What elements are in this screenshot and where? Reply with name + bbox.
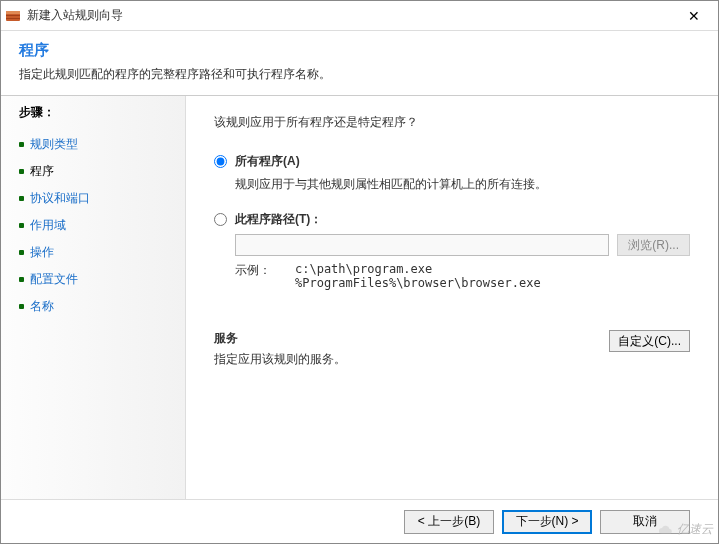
- steps-sidebar: 步骤： 规则类型 程序 协议和端口 作用域 操作 配置文件 名称: [1, 96, 186, 499]
- example-text: c:\path\program.exe %ProgramFiles%\brows…: [295, 262, 541, 290]
- window-title: 新建入站规则向导: [27, 7, 674, 24]
- next-button[interactable]: 下一步(N) >: [502, 510, 592, 534]
- option-program-path[interactable]: 此程序路径(T)：: [214, 211, 690, 228]
- option-all-programs-desc: 规则应用于与其他规则属性相匹配的计算机上的所有连接。: [235, 176, 690, 193]
- question-text: 该规则应用于所有程序还是特定程序？: [214, 114, 690, 131]
- main-panel: 该规则应用于所有程序还是特定程序？ 所有程序(A) 规则应用于与其他规则属性相匹…: [186, 96, 718, 499]
- step-scope[interactable]: 作用域: [19, 212, 185, 239]
- bullet-icon: [19, 196, 24, 201]
- bullet-icon: [19, 142, 24, 147]
- close-button[interactable]: ✕: [674, 2, 714, 30]
- bullet-icon: [19, 304, 24, 309]
- step-profile[interactable]: 配置文件: [19, 266, 185, 293]
- wizard-header: 程序 指定此规则匹配的程序的完整程序路径和可执行程序名称。: [1, 31, 718, 95]
- step-program[interactable]: 程序: [19, 158, 185, 185]
- wizard-window: 新建入站规则向导 ✕ 程序 指定此规则匹配的程序的完整程序路径和可执行程序名称。…: [0, 0, 719, 544]
- step-rule-type[interactable]: 规则类型: [19, 131, 185, 158]
- program-path-input[interactable]: [235, 234, 609, 256]
- services-title: 服务: [214, 330, 346, 347]
- steps-title: 步骤：: [19, 104, 185, 121]
- services-desc: 指定应用该规则的服务。: [214, 351, 346, 368]
- step-name[interactable]: 名称: [19, 293, 185, 320]
- svg-rect-3: [6, 18, 20, 19]
- back-button[interactable]: < 上一步(B): [404, 510, 494, 534]
- titlebar: 新建入站规则向导 ✕: [1, 1, 718, 31]
- browse-button[interactable]: 浏览(R)...: [617, 234, 690, 256]
- bullet-icon: [19, 250, 24, 255]
- steps-list: 规则类型 程序 协议和端口 作用域 操作 配置文件 名称: [19, 131, 185, 320]
- option-all-programs[interactable]: 所有程序(A): [214, 153, 690, 170]
- svg-rect-2: [6, 15, 20, 16]
- radio-program-path[interactable]: [214, 213, 227, 226]
- firewall-icon: [5, 8, 21, 24]
- bullet-icon: [19, 223, 24, 228]
- program-path-row: 浏览(R)...: [235, 234, 690, 256]
- option-program-path-label: 此程序路径(T)：: [235, 211, 322, 228]
- step-protocol-ports[interactable]: 协议和端口: [19, 185, 185, 212]
- option-all-programs-label: 所有程序(A): [235, 153, 300, 170]
- services-row: 服务 指定应用该规则的服务。 自定义(C)...: [214, 330, 690, 368]
- watermark: 亿速云: [657, 521, 713, 538]
- wizard-footer: < 上一步(B) 下一步(N) > 取消: [1, 499, 718, 543]
- step-action[interactable]: 操作: [19, 239, 185, 266]
- example-label: 示例：: [235, 262, 295, 290]
- services-text: 服务 指定应用该规则的服务。: [214, 330, 346, 368]
- bullet-icon: [19, 169, 24, 174]
- wizard-body: 步骤： 规则类型 程序 协议和端口 作用域 操作 配置文件 名称 该规则应用于所…: [1, 95, 718, 499]
- svg-rect-1: [6, 11, 20, 14]
- radio-all-programs[interactable]: [214, 155, 227, 168]
- example-row: 示例： c:\path\program.exe %ProgramFiles%\b…: [235, 262, 690, 290]
- customize-button[interactable]: 自定义(C)...: [609, 330, 690, 352]
- close-icon: ✕: [688, 8, 700, 24]
- watermark-text: 亿速云: [677, 521, 713, 538]
- page-subtitle: 指定此规则匹配的程序的完整程序路径和可执行程序名称。: [19, 66, 700, 83]
- cloud-icon: [657, 522, 673, 538]
- bullet-icon: [19, 277, 24, 282]
- page-title: 程序: [19, 41, 700, 60]
